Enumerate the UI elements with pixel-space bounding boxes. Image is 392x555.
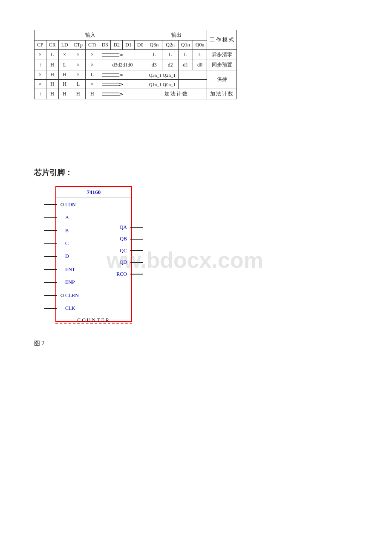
col-d2: D2 [111, 40, 123, 50]
cell-ld: H [58, 70, 71, 80]
pin-clrn-label: CLRN [65, 292, 79, 299]
cell-data [99, 50, 146, 60]
truth-table-section: 输入 输出 工 作 模 式 CP CR LD CTp CTt D3 D2 D1 … [34, 30, 358, 99]
pin-clk-label: CLK [65, 305, 75, 312]
cell-cr: H [46, 60, 58, 70]
pin-a-label: A [65, 214, 69, 221]
chip-box: 74160 LDN A [55, 186, 132, 322]
svg-line-6 [119, 74, 123, 75]
pin-clk: CLK [61, 303, 79, 314]
cell-ld: H [58, 89, 71, 99]
cell-q1: L [179, 50, 193, 60]
svg-line-11 [119, 84, 123, 86]
cell-ctp: × [71, 50, 85, 60]
cell-q10 [179, 70, 207, 80]
cell-cr: H [46, 70, 58, 80]
pin-d: D [61, 251, 79, 262]
col-d1: D1 [123, 40, 135, 50]
cell-ld: × [58, 50, 71, 60]
ldn-circle-inv [61, 203, 64, 206]
chip-section-title: 芯片引脚： [34, 168, 358, 178]
pin-qa: QA [120, 222, 127, 233]
col-d0: D0 [134, 40, 146, 50]
cell-ctt: L [86, 70, 99, 80]
svg-line-15 [119, 94, 123, 95]
pin-clrn: CLRN [61, 290, 79, 301]
cell-cr: H [46, 89, 58, 99]
col-q1n: Q1n [179, 40, 193, 50]
right-pins: QA QB QC [116, 198, 127, 315]
cell-ctt: × [86, 60, 99, 70]
cell-ctp: L [71, 80, 85, 89]
cell-cp: ↑ [35, 60, 46, 70]
cell-cp: × [35, 70, 46, 80]
cell-ctt: × [86, 80, 99, 89]
col-cp: CP [35, 40, 46, 50]
cell-data [99, 70, 146, 80]
cell-mode: 异步清零 [207, 50, 237, 60]
cell-q0: d0 [193, 60, 207, 70]
input-header: 输入 [35, 30, 146, 40]
pin-ent-label: ENT [65, 266, 75, 273]
pin-ldn: LDN [61, 199, 79, 210]
pin-d-label: D [65, 253, 69, 260]
pin-b: B [61, 225, 79, 236]
pin-a: A [61, 212, 79, 223]
cell-count-output: 加法计数 [146, 89, 207, 99]
col-q2n: Q2n [162, 40, 179, 50]
cell-ctp: × [71, 60, 85, 70]
cell-data [99, 89, 146, 99]
pin-c-label: C [65, 240, 69, 247]
truth-table: 输入 输出 工 作 模 式 CP CR LD CTp CTt D3 D2 D1 … [34, 30, 237, 99]
mode-header: 工 作 模 式 [207, 30, 237, 50]
pin-c: C [61, 238, 79, 249]
cell-q3: L [146, 50, 162, 60]
chip-name-label: 74160 [56, 187, 131, 197]
table-row: × H H × L Q3n_1 Q2n_1 [35, 70, 237, 80]
table-row: ↑ H L × × d3d2d1d0 d3 d2 d1 d0 同步预置 [35, 60, 237, 70]
col-q3n: Q3n [146, 40, 162, 50]
cell-q3: d3 [146, 60, 162, 70]
table-row: × H H L × Q1n_1 Q0n_1 [35, 80, 237, 89]
cell-cp: ↑ [35, 89, 46, 99]
pin-qc: QC [120, 245, 127, 256]
pin-qc-label: QC [120, 248, 127, 254]
table-row: × L × × × L L L [35, 50, 237, 60]
svg-line-7 [119, 75, 123, 76]
svg-line-3 [119, 55, 123, 56]
pin-qd: QD [120, 257, 127, 268]
pin-ent: ENT [61, 264, 79, 275]
col-d3: D3 [99, 40, 111, 50]
cell-q2: d2 [162, 60, 179, 70]
col-ld: LD [58, 40, 71, 50]
cell-ctt: H [86, 89, 99, 99]
pin-qb-label: QB [120, 236, 127, 242]
table-row: ↑ H H H H 加法计数 加法计数 [35, 89, 237, 99]
pin-qd-label: QD [120, 259, 127, 266]
cell-q32: Q3n_1 Q2n_1 [146, 70, 179, 80]
pin-qb: QB [120, 234, 127, 245]
pins-area: LDN A B [56, 197, 131, 316]
page: 输入 输出 工 作 模 式 CP CR LD CTp CTt D3 D2 D1 … [0, 0, 392, 555]
pin-rco: RCO [116, 269, 127, 280]
figure-label: 图 2 [34, 340, 358, 347]
chip-section: 芯片引脚： 74160 LDN [34, 168, 358, 331]
col-ctp: CTp [71, 40, 85, 50]
cell-q1: d1 [179, 60, 193, 70]
clrn-circle-inv [61, 294, 64, 297]
cell-mode-count: 加法计数 [207, 89, 237, 99]
col-ctt: CTt [86, 40, 99, 50]
chip-bottom-label: COUNTER [56, 316, 131, 324]
cell-ld: H [58, 80, 71, 89]
cell-cp: × [35, 80, 46, 89]
cell-data [99, 80, 146, 89]
pin-enp: ENP [61, 277, 79, 288]
output-header: 输出 [146, 30, 207, 40]
cell-cp: × [35, 50, 46, 60]
left-pins: LDN A B [61, 198, 79, 315]
pin-enp-label: ENP [65, 279, 75, 286]
cell-q10-2 [179, 80, 207, 89]
cell-q2: L [162, 50, 179, 60]
pin-b-label: B [65, 228, 69, 234]
svg-line-10 [119, 83, 123, 84]
